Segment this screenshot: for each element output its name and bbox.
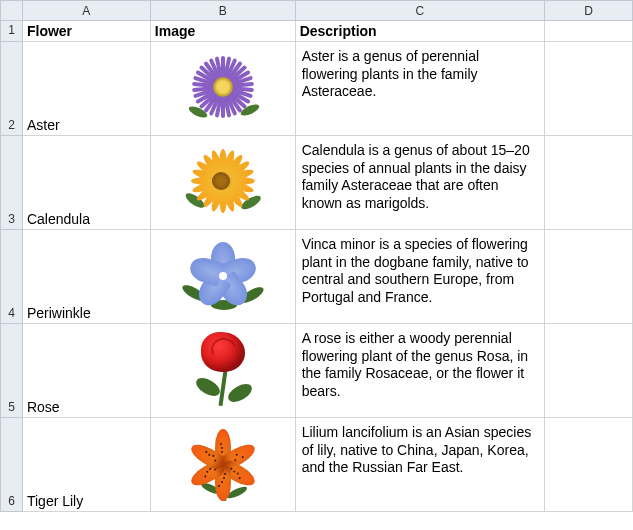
tiger-lily-image xyxy=(180,423,266,503)
spreadsheet-grid[interactable]: A B C D 1 Flower Image Description 2 Ast… xyxy=(0,0,633,512)
table-row: 2 Aster Aster is a genus of perennial fl… xyxy=(1,42,633,136)
cell-b6[interactable] xyxy=(150,418,295,512)
cell-d6[interactable] xyxy=(545,418,633,512)
cell-c4[interactable]: Vinca minor is a species of flowering pl… xyxy=(295,230,545,324)
row-header-2[interactable]: 2 xyxy=(1,42,23,136)
row-header-4[interactable]: 4 xyxy=(1,230,23,324)
cell-a3[interactable]: Calendula xyxy=(22,136,150,230)
cell-b5[interactable] xyxy=(150,324,295,418)
periwinkle-image xyxy=(183,236,263,314)
cell-c2[interactable]: Aster is a genus of perennial flowering … xyxy=(295,42,545,136)
cell-c5[interactable]: A rose is either a woody perennial flowe… xyxy=(295,324,545,418)
cell-d3[interactable] xyxy=(545,136,633,230)
column-header-a[interactable]: A xyxy=(22,1,150,21)
cell-a2[interactable]: Aster xyxy=(22,42,150,136)
cell-d2[interactable] xyxy=(545,42,633,136)
row-header-6[interactable]: 6 xyxy=(1,418,23,512)
cell-b2[interactable] xyxy=(150,42,295,136)
table-row: 4 Periwinkle Vinca minor is a species of… xyxy=(1,230,633,324)
cell-b4[interactable] xyxy=(150,230,295,324)
cell-c3[interactable]: Calendula is a genus of about 15–20 spec… xyxy=(295,136,545,230)
cell-a4[interactable]: Periwinkle xyxy=(22,230,150,324)
table-row: 5 Rose A rose is either a woody perennia… xyxy=(1,324,633,418)
cell-d1[interactable] xyxy=(545,21,633,42)
rose-image xyxy=(183,328,263,410)
row-header-5[interactable]: 5 xyxy=(1,324,23,418)
cell-a6[interactable]: Tiger Lily xyxy=(22,418,150,512)
cell-d5[interactable] xyxy=(545,324,633,418)
column-header-b[interactable]: B xyxy=(150,1,295,21)
cell-a1[interactable]: Flower xyxy=(22,21,150,42)
aster-image xyxy=(184,48,262,126)
cell-c6[interactable]: Lilium lancifolium is an Asian species o… xyxy=(295,418,545,512)
cell-d4[interactable] xyxy=(545,230,633,324)
column-header-c[interactable]: C xyxy=(295,1,545,21)
select-all-corner[interactable] xyxy=(1,1,23,21)
cell-c1[interactable]: Description xyxy=(295,21,545,42)
calendula-image xyxy=(182,142,264,220)
table-row: 6 Tiger Lily Lilium lancifolium is an As… xyxy=(1,418,633,512)
cell-b3[interactable] xyxy=(150,136,295,230)
table-row: 3 Calendula Calendula is a genus of abou… xyxy=(1,136,633,230)
cell-b1[interactable]: Image xyxy=(150,21,295,42)
row-header-1[interactable]: 1 xyxy=(1,21,23,42)
column-header-d[interactable]: D xyxy=(545,1,633,21)
cell-a5[interactable]: Rose xyxy=(22,324,150,418)
row-header-3[interactable]: 3 xyxy=(1,136,23,230)
